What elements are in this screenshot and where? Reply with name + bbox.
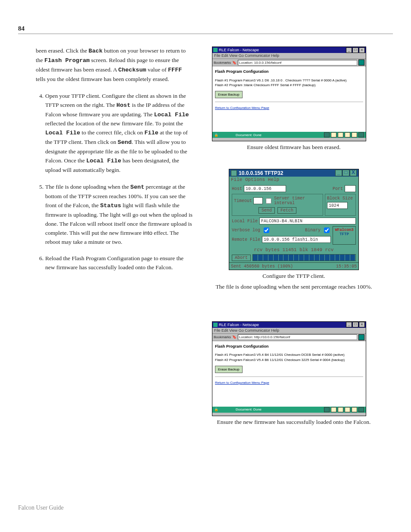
window-title: 10.0.0.156 TFTP32 [239, 170, 283, 176]
menu-bar[interactable]: File Edit View Go Communicator Help [212, 328, 366, 334]
maximize-button[interactable]: □ [352, 322, 358, 327]
remotefile-label: Remote File [232, 237, 260, 242]
timeout-label: Timeout [234, 199, 252, 203]
figure-2-caption-b: The file is done uploading when the sent… [212, 283, 376, 291]
packet-info: rcv bytes 11451 blk 1849 rcv [232, 247, 356, 252]
erase-backup-button[interactable]: Erase Backup [215, 366, 243, 373]
return-link[interactable]: Return to Configuration Menu Page [215, 381, 269, 385]
code-host: Host [116, 102, 130, 109]
divider [215, 102, 363, 102]
verbose-label: Verbose log [232, 228, 260, 233]
step-5: 5. The file is done uploading when the S… [36, 183, 193, 246]
status-icon [352, 407, 357, 412]
srvtimer-label: Server timer interval [274, 196, 321, 205]
location-toolbar: Bookmarks 🔖 Location: 10.0.0.156/falconf [212, 59, 366, 66]
text: reflected the location of the new firmwa… [45, 120, 183, 127]
host-field[interactable]: 10.0.0.156 [244, 185, 286, 192]
code-checksum: Checksum [118, 67, 146, 73]
figure-2-caption-a: Configure the TFTP client. [212, 272, 376, 280]
code-ffff: FFFF [168, 67, 182, 73]
binary-checkbox[interactable] [324, 227, 330, 233]
code-file: File [144, 130, 158, 136]
step-body: Open your TFTP client. Configure the cli… [45, 92, 193, 175]
close-button[interactable]: x [359, 47, 365, 53]
intro-paragraph: been erased. Click the Back button on yo… [36, 47, 193, 84]
window-titlebar: RLE Falcon - Netscape _ □ x [212, 322, 366, 328]
port-field[interactable] [345, 185, 356, 192]
step-4: 4. Open your TFTP client. Configure the … [36, 92, 193, 175]
flash-line-2: Flash #2 Program Falcon3 V5.4 B6 11/12/0… [215, 358, 363, 362]
bookmarks-button[interactable]: Bookmarks [214, 61, 231, 65]
minimize-button[interactable]: _ [346, 322, 352, 327]
status-icon [331, 407, 336, 412]
location-field[interactable]: Location: http://10.0.0.156/falconf [238, 334, 357, 340]
close-button[interactable]: X [350, 170, 357, 176]
status-icon [352, 132, 357, 137]
netscape-throbber-icon [358, 59, 364, 65]
status-bar: Sent 450560 bytes (100%) 15:35:05 [229, 262, 358, 270]
srvtimer-checkbox[interactable] [266, 198, 271, 204]
text: been erased. Click the [36, 47, 89, 54]
maximize-button[interactable]: □ [342, 170, 349, 176]
erase-backup-button[interactable]: Erase Backup [215, 91, 243, 98]
code-back: Back [89, 48, 103, 54]
abort-button[interactable]: Abort [232, 255, 251, 261]
lock-icon: 🔒 [214, 133, 218, 137]
figure-3: RLE Falcon - Netscape _ □ x File Edit Vi… [212, 321, 376, 426]
sans-text: into [143, 230, 153, 236]
status-time: 15:35:05 [336, 264, 357, 269]
status-text: Document: Done [236, 408, 262, 411]
status-icon [345, 132, 350, 137]
menu-bar[interactable]: File Options Help [229, 177, 358, 183]
minimize-button[interactable]: _ [346, 47, 352, 53]
header-rule [18, 34, 393, 34]
code-send: Send [118, 139, 131, 146]
location-icon: 🔖 [232, 335, 237, 339]
location-icon: 🔖 [232, 61, 237, 65]
fetch-button[interactable]: Fetch [277, 207, 296, 214]
page-heading: Flash Program Configuration [215, 344, 363, 349]
status-text: Document: Done [236, 133, 262, 137]
port-label: Port [333, 187, 343, 191]
status-text: Sent 450560 bytes (100%) [231, 264, 293, 269]
return-link[interactable]: Return to Configuration Menu Page [215, 106, 269, 110]
window-titlebar: RLE Falcon - Netscape _ □ x [212, 47, 366, 53]
bookmarks-button[interactable]: Bookmarks [214, 335, 231, 339]
verbose-checkbox[interactable] [264, 227, 269, 233]
blocksize-field[interactable]: 1024 [327, 202, 348, 209]
location-field[interactable]: Location: 10.0.0.156/falconf [238, 60, 357, 65]
step-6: 6. Reload the Flash Program Configuratio… [36, 254, 193, 272]
app-icon [213, 323, 218, 327]
timeout-field[interactable] [253, 197, 263, 204]
step-body: The file is done uploading when the Sent… [45, 183, 193, 246]
send-button[interactable]: Send [258, 207, 275, 214]
figure-column: RLE Falcon - Netscape _ □ x File Edit Vi… [212, 47, 376, 431]
status-icon [331, 132, 336, 137]
remotefile-field[interactable]: 10.0.0.156 flash1.bin [262, 236, 331, 243]
minimize-button[interactable]: _ [335, 170, 342, 176]
app-icon [213, 48, 218, 52]
text: to the correct file, click on [80, 129, 144, 136]
status-icon [358, 407, 364, 412]
lock-icon: 🔒 [214, 408, 218, 411]
window-title: RLE Falcon - Netscape [219, 48, 259, 52]
page-heading: Flash Program Configuration [215, 69, 363, 75]
divider [215, 376, 363, 377]
netscape-window-2: RLE Falcon - Netscape _ □ x File Edit Vi… [212, 321, 366, 416]
status-icon [324, 132, 330, 137]
status-icon [358, 132, 364, 137]
menu-bar[interactable]: File Edit View Go Communicator Help [212, 53, 366, 59]
page-number: 84 [18, 25, 25, 32]
code-flash-program: Flash Program [44, 57, 90, 64]
blocksize-panel: Block Size 1024 [325, 194, 356, 216]
logo-top: WFalcon3 [335, 228, 353, 232]
progress-bar [252, 254, 356, 261]
code-local-file: Local File [154, 112, 189, 118]
tftp-body: Host 10.0.0.156 Port Timeout Server time… [229, 183, 358, 265]
localfile-field[interactable]: FALCON3-B4.NLBIN [259, 218, 356, 224]
flash-line-2: Flash #2 Program :blank Checksum FFFF Se… [215, 83, 363, 87]
status-bar: 🔒 Document: Done [212, 132, 366, 138]
text: tells you the oldest firmware has been c… [36, 76, 169, 82]
maximize-button[interactable]: □ [352, 47, 358, 53]
close-button[interactable]: x [359, 322, 365, 327]
